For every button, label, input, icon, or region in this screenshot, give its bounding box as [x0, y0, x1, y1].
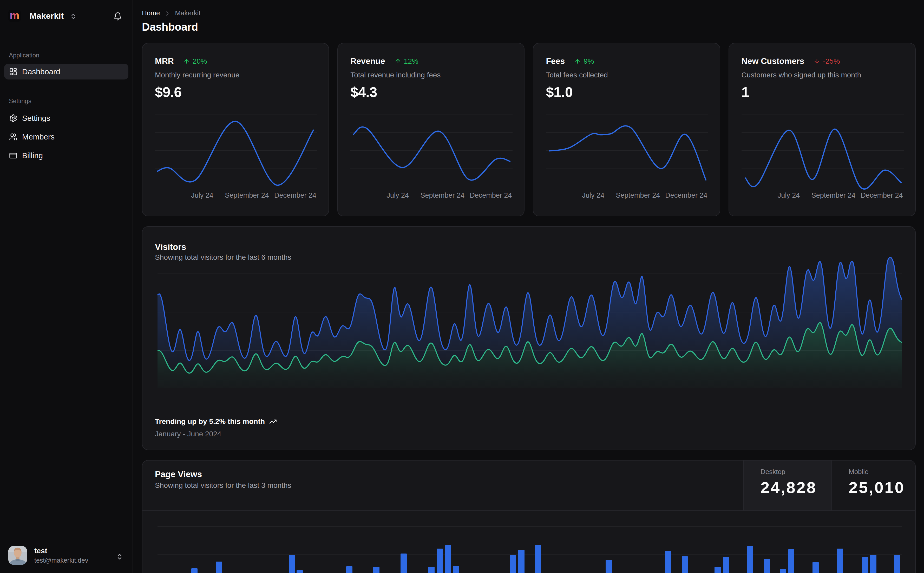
svg-text:m: m: [9, 9, 19, 22]
